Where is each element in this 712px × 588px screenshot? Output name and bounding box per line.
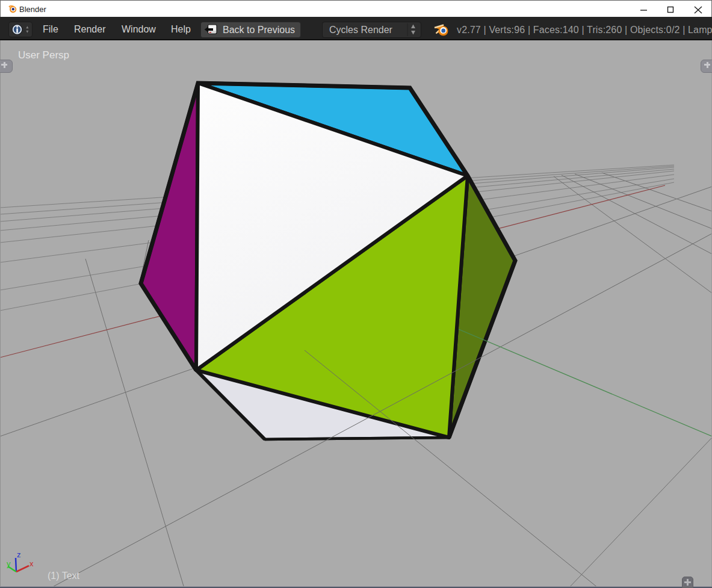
svg-text:z: z: [17, 550, 21, 559]
svg-text:y: y: [7, 559, 11, 568]
svg-text:x: x: [29, 559, 34, 568]
